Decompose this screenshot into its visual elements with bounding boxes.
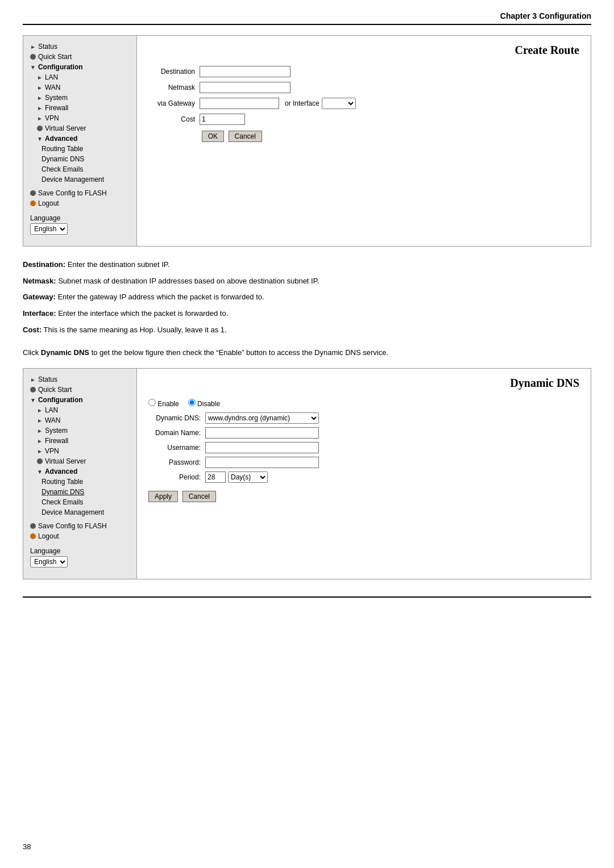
disable-radio[interactable] [188,399,196,406]
arrow-icon: ► [37,407,43,414]
sidebar2-label-virtualserver: Virtual Server [45,457,86,465]
desc-gateway-term: Gateway: [23,293,56,301]
apply-button[interactable]: Apply [148,491,178,502]
sidebar2-label-dynamicdns: Dynamic DNS [42,488,84,496]
sidebar2-label-system: System [45,427,68,435]
enable-radio[interactable] [148,399,156,406]
destination-input[interactable] [200,66,291,77]
sidebar-item-firewall[interactable]: ► Firewall [23,103,136,113]
sidebar-item-configuration[interactable]: ▼ Configuration [23,62,136,72]
sidebar-label-lan: LAN [45,73,58,81]
sidebar2-label-devicemanagement: Device Management [42,508,104,516]
desc-netmask-term: Netmask: [23,277,56,285]
arrow-icon: ► [30,44,36,50]
domain-name-row: Domain Name: [148,427,579,439]
gateway-row: via Gateway or Interface [148,98,579,109]
destination-row: Destination [148,66,579,77]
create-route-panel: ► Status Quick Start ▼ Configuration ► L… [23,35,591,247]
sidebar-item-routingtable[interactable]: Routing Table [23,144,136,154]
sidebar2-item-dynamicdns[interactable]: Dynamic DNS [23,487,136,497]
sidebar-item-virtualserver[interactable]: Virtual Server [23,123,136,133]
password-input[interactable] [205,457,319,468]
sidebar2-item-virtualserver[interactable]: Virtual Server [23,456,136,466]
arrow-icon: ► [37,418,43,424]
sidebar-2: ► Status Quick Start ▼ Configuration ► L… [23,369,137,579]
sidebar2-item-lan[interactable]: ► LAN [23,405,136,415]
sidebar2-label-vpn: VPN [45,447,59,455]
sidebar-item-saveconfig[interactable]: Save Config to FLASH [23,188,136,198]
enable-label: Enable [157,400,179,408]
sidebar-label-status: Status [38,43,57,51]
username-input[interactable] [205,442,319,453]
disable-label: Disable [197,400,220,408]
arrow-icon: ► [37,115,43,122]
sidebar2-item-advanced[interactable]: ▼ Advanced [23,466,136,477]
sidebar2-label-wan: WAN [45,416,61,424]
arrow-icon: ► [37,105,43,111]
dynamic-dns-row: Dynamic DNS: www.dyndns.org (dynamic) [148,412,579,424]
ok-button[interactable]: OK [202,131,224,142]
language-select[interactable]: English [30,223,68,235]
dynamic-dns-select[interactable]: www.dyndns.org (dynamic) [205,412,319,424]
language-label-2: Language [30,547,130,555]
sidebar2-item-vpn[interactable]: ► VPN [23,446,136,456]
cancel-button-2[interactable]: Cancel [182,491,216,502]
sidebar-item-checkemails[interactable]: Check Emails [23,164,136,174]
interface-select[interactable] [322,98,356,109]
gateway-input[interactable] [200,98,279,109]
sidebar-item-system[interactable]: ► System [23,93,136,103]
sidebar2-item-system[interactable]: ► System [23,425,136,436]
sidebar-1: ► Status Quick Start ▼ Configuration ► L… [23,36,137,246]
username-row: Username: [148,442,579,453]
sidebar-item-quickstart[interactable]: Quick Start [23,52,136,62]
dynamic-dns-title: Dynamic DNS [148,377,579,390]
period-input[interactable] [205,471,226,483]
dynamic-dns-form: Dynamic DNS Enable Disable Dynamic DNS: … [137,369,591,579]
sidebar-item-wan[interactable]: ► WAN [23,82,136,93]
sidebar-item-devicemanagement[interactable]: Device Management [23,174,136,185]
cost-input[interactable] [200,114,245,125]
page-header: Chapter 3 Configuration [23,11,591,25]
domain-name-label: Domain Name: [148,429,205,437]
sidebar-item-advanced[interactable]: ▼ Advanced [23,133,136,144]
sidebar2-item-firewall[interactable]: ► Firewall [23,436,136,446]
sidebar2-label-advanced: Advanced [45,468,77,475]
arrow-icon: ► [37,448,43,454]
sidebar2-item-status[interactable]: ► Status [23,374,136,385]
netmask-input[interactable] [200,82,291,93]
sidebar2-item-logout[interactable]: Logout [23,531,136,541]
sidebar-label-advanced: Advanced [45,135,77,143]
sidebar-item-lan[interactable]: ► LAN [23,72,136,82]
sidebar2-item-devicemanagement[interactable]: Device Management [23,507,136,518]
sidebar2-item-routingtable[interactable]: Routing Table [23,477,136,487]
sidebar2-item-quickstart[interactable]: Quick Start [23,385,136,395]
sidebar-label-wan: WAN [45,84,61,91]
sidebar-item-status[interactable]: ► Status [23,41,136,52]
arrow-icon: ► [37,74,43,81]
sidebar2-item-wan[interactable]: ► WAN [23,415,136,425]
language-label: Language [30,214,130,222]
sidebar-label-configuration: Configuration [38,63,83,71]
sidebar-label-saveconfig: Save Config to FLASH [38,189,107,197]
disable-radio-label[interactable]: Disable [188,399,220,408]
language-select-2[interactable]: English [30,556,68,567]
sidebar-label-vpn: VPN [45,114,59,122]
desc-destination-text: Enter the destination subnet IP. [65,260,169,269]
enable-radio-label[interactable]: Enable [148,399,179,408]
sidebar-item-logout[interactable]: Logout [23,198,136,208]
dot-icon [30,387,36,393]
sidebar2-label-lan: LAN [45,406,58,414]
or-interface-label: or Interface [285,99,320,107]
sidebar2-item-configuration[interactable]: ▼ Configuration [23,395,136,405]
cancel-button-1[interactable]: Cancel [229,131,262,142]
period-select[interactable]: Day(s) [228,471,268,483]
sidebar2-label-saveconfig: Save Config to FLASH [38,522,107,530]
arrow-icon: ► [37,85,43,91]
sidebar-item-vpn[interactable]: ► VPN [23,113,136,123]
domain-name-input[interactable] [205,427,319,439]
sidebar2-item-saveconfig[interactable]: Save Config to FLASH [23,521,136,531]
sidebar-item-dynamicdns[interactable]: Dynamic DNS [23,154,136,164]
sidebar2-label-routingtable: Routing Table [42,478,83,486]
triangle-icon: ▼ [37,469,43,475]
sidebar2-item-checkemails[interactable]: Check Emails [23,497,136,507]
